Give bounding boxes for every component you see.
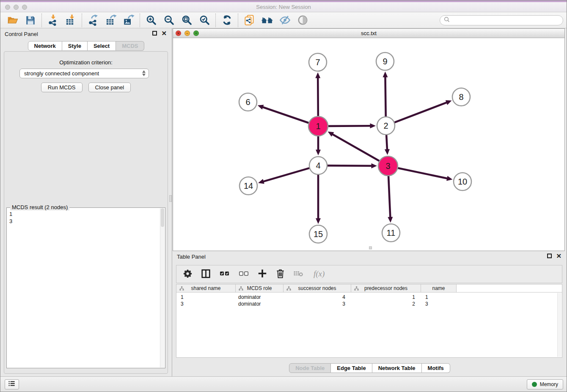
table-row[interactable]: 1dominator411	[176, 294, 562, 301]
add-button[interactable]	[257, 268, 267, 280]
edge-2-3[interactable]	[385, 135, 390, 155]
zoom-in-button[interactable]	[142, 13, 160, 28]
search-input[interactable]	[452, 17, 559, 24]
gear-button[interactable]	[183, 269, 193, 280]
tab-network-table[interactable]: Network Table	[372, 363, 422, 373]
column-header-successor-nodes[interactable]: successor nodes	[284, 284, 351, 292]
edge-2-9[interactable]	[383, 72, 388, 116]
network-window-titlebar[interactable]: ✕ − + scc.txt	[173, 29, 564, 38]
column-header-MCDS-role[interactable]: MCDS role	[236, 284, 284, 292]
tab-mcds[interactable]: MCDS	[116, 41, 144, 51]
memory-button[interactable]: Memory	[527, 379, 563, 389]
node-15[interactable]: 15	[309, 225, 327, 243]
apply-preferred-layout-button[interactable]	[218, 13, 236, 28]
result-scrollbar[interactable]	[160, 208, 165, 367]
table-cell[interactable]: 1	[176, 294, 236, 300]
edge-4-15[interactable]	[316, 175, 321, 224]
zoom-out-button[interactable]	[160, 13, 178, 28]
show-all-icon	[297, 14, 308, 26]
import-network-button[interactable]	[44, 13, 62, 28]
export-image-button[interactable]	[120, 13, 138, 28]
close-panel-button[interactable]: Close panel	[88, 83, 131, 92]
search-box[interactable]	[440, 15, 563, 25]
close-table-panel-icon[interactable]: ✕	[556, 254, 561, 258]
column-header-name[interactable]: name	[421, 284, 457, 292]
table-cell[interactable]: 1	[351, 294, 421, 300]
edge-3-11[interactable]	[388, 176, 393, 223]
node-10[interactable]: 10	[454, 173, 471, 190]
zoom-fit-icon	[181, 14, 193, 26]
edge-4-14[interactable]	[258, 168, 309, 184]
hide-selected-button[interactable]	[276, 13, 294, 28]
svg-text:4: 4	[316, 161, 320, 170]
node-2[interactable]: 2	[377, 117, 395, 135]
edge-1-7[interactable]	[315, 72, 320, 116]
open-session-button[interactable]	[4, 13, 22, 28]
node-6[interactable]: 6	[239, 93, 257, 111]
table-cell[interactable]: 3	[176, 301, 236, 307]
tab-network[interactable]: Network	[28, 41, 62, 51]
node-9[interactable]: 9	[376, 52, 394, 70]
mcds-result-list[interactable]: 1 3	[7, 210, 159, 368]
clone-network-button[interactable]	[240, 13, 258, 28]
task-history-button[interactable]	[5, 379, 19, 389]
node-8[interactable]: 8	[452, 88, 470, 106]
table-cell[interactable]: 4	[284, 294, 351, 300]
close-panel-icon[interactable]: ✕	[161, 31, 167, 36]
function-button[interactable]: f(x)	[313, 268, 329, 280]
svg-text:14: 14	[244, 181, 253, 190]
tab-node-table[interactable]: Node Table	[289, 363, 331, 373]
table-cell[interactable]: 3	[284, 301, 351, 307]
table-row[interactable]: 3dominator323	[176, 301, 562, 307]
home-button[interactable]	[258, 13, 276, 28]
delete-table-button[interactable]	[293, 269, 305, 279]
delete-table-icon	[293, 269, 305, 279]
zoom-fit-button[interactable]	[178, 13, 195, 28]
deselect-all-button[interactable]	[238, 269, 249, 279]
table-cell[interactable]: dominator	[236, 301, 284, 307]
panel-resize-grip[interactable]	[369, 246, 372, 249]
edge-2-8[interactable]	[395, 100, 452, 122]
edge-3-1[interactable]	[328, 132, 380, 161]
run-mcds-button[interactable]: Run MCDS	[41, 83, 83, 92]
node-4[interactable]: 4	[309, 157, 327, 174]
zoom-selected-button[interactable]	[195, 13, 213, 28]
tab-style[interactable]: Style	[62, 41, 88, 51]
tab-select[interactable]: Select	[88, 41, 116, 51]
control-panel-title: Control Panel	[5, 31, 38, 37]
show-all-button[interactable]	[294, 13, 311, 28]
column-header-shared-name[interactable]: shared name	[176, 284, 236, 292]
save-session-button[interactable]	[22, 13, 39, 28]
column-header-predecessor-nodes[interactable]: predecessor nodes	[351, 284, 421, 292]
node-11[interactable]: 11	[382, 224, 400, 242]
network-canvas[interactable]: 1234678910111415	[173, 38, 564, 251]
edge-1-4[interactable]	[316, 136, 321, 155]
edge-3-10[interactable]	[398, 168, 452, 181]
import-table-button[interactable]	[62, 13, 80, 28]
float-table-panel-icon[interactable]	[547, 254, 552, 258]
divider-grip[interactable]	[169, 195, 172, 202]
float-panel-icon[interactable]	[152, 31, 157, 36]
table-scrollbar[interactable]	[557, 293, 561, 357]
tab-motifs[interactable]: Motifs	[422, 363, 450, 373]
memory-label: Memory	[540, 381, 558, 387]
node-1[interactable]: 1	[308, 116, 328, 136]
table-cell[interactable]: 3	[421, 301, 457, 307]
delete-button[interactable]	[275, 268, 285, 280]
edge-4-3[interactable]	[328, 163, 377, 168]
columns-button[interactable]	[201, 268, 211, 280]
node-7[interactable]: 7	[309, 53, 327, 71]
export-table-button[interactable]	[102, 13, 120, 28]
edge-1-2[interactable]	[328, 123, 376, 128]
tab-edge-table[interactable]: Edge Table	[331, 363, 372, 373]
export-network-button[interactable]	[84, 13, 102, 28]
criterion-select[interactable]: strongly connected component	[19, 69, 149, 78]
table-cell[interactable]: 2	[351, 301, 421, 307]
optimization-criterion-label: Optimization criterion:	[4, 59, 168, 66]
table-cell[interactable]: 1	[421, 294, 457, 300]
select-all-button[interactable]	[219, 269, 230, 279]
node-14[interactable]: 14	[239, 177, 257, 195]
node-3[interactable]: 3	[378, 156, 398, 176]
edge-1-6[interactable]	[258, 105, 309, 123]
table-cell[interactable]: dominator	[236, 294, 284, 300]
